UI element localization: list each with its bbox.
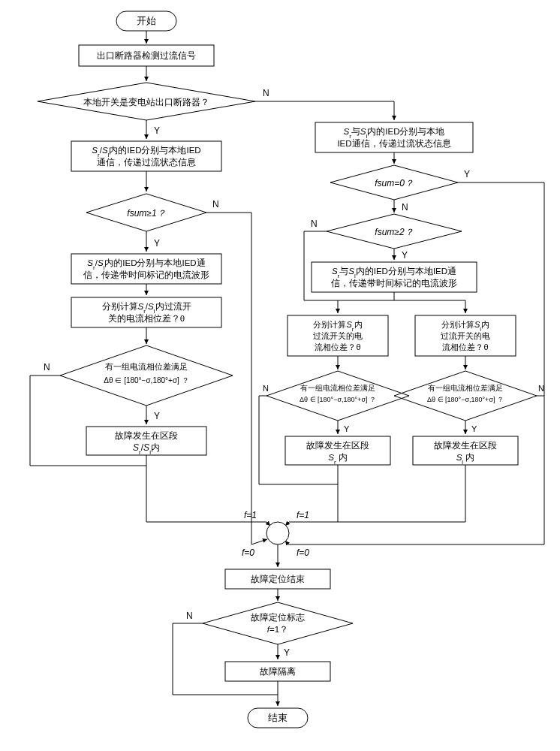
flowchart-diagram: 开始 出口断路器检测过流信号 本地开关是变电站出口断路器？ Y N Sr/Sl内… [0,0,560,751]
flag-no: N [186,611,193,621]
detect-label: 出口断路器检测过流信号 [97,50,196,61]
phase-sl-t1: 有一组电流相位差满足 [428,384,503,392]
svg-text:故障发生在区段: 故障发生在区段 [306,440,369,450]
svg-text:过流开关的电: 过流开关的电 [441,331,490,340]
d1-no: N [263,88,269,98]
svg-text:故障发生在区段: 故障发生在区段 [434,440,497,450]
svg-text:信，传递带时间标记的电流波形: 信，传递带时间标记的电流波形 [83,270,209,279]
flag-yes: Y [284,647,290,658]
svg-text:故障定位标志: 故障定位标志 [251,612,305,622]
start-label: 开始 [137,15,156,26]
fault-srsl-process: 故障发生在区段 Sr/Sl内 [86,427,206,456]
d1-label: 本地开关是变电站出口断路器？ [83,97,209,107]
svg-text:流相位差？θ: 流相位差？θ [442,342,488,351]
svg-text:Sl 内: Sl 内 [456,453,475,466]
svg-text:Sr/Sl内的IED分别与本地IED: Sr/Sl内的IED分别与本地IED [92,146,200,158]
isolate-label: 故障隔离 [260,666,296,677]
right-calc-sr-process: 分别计算Sr内 过流开关的电 流相位差？θ [288,315,388,356]
svg-text:fsum≥2？: fsum≥2？ [375,227,413,237]
f1-right: f=1 [297,510,309,520]
phase-sr-t1: 有一组电流相位差满足 [300,384,375,392]
f0-left: f=0 [242,547,254,558]
svg-text:fsum≥1？: fsum≥1？ [127,208,165,219]
left-comm2-process: Sr/Sl内的IED分别与本地IED通 信，传递带时间标记的电流波形 [71,254,221,284]
phase-sr-no: N [263,384,269,393]
phase-sl-no: N [538,384,544,393]
phaseL-yes: Y [154,411,160,421]
svg-text:IED通信，传递过流状态信息: IED通信，传递过流状态信息 [337,138,450,148]
d1-yes: Y [154,125,160,136]
left-comm-process: Sr/Sl内的IED分别与本地IED 通信，传递过流状态信息 [71,141,221,171]
isolate-process: 故障隔离 [225,662,330,681]
svg-text:流相位差？θ: 流相位差？θ [315,342,360,351]
svg-text:分别计算Sr/Sl内过流开: 分别计算Sr/Sl内过流开 [102,301,191,315]
svg-line-84 [251,539,267,544]
phase-sl-yes: Y [471,424,477,433]
fsum2-no: N [311,219,318,229]
fsum0-yes: Y [464,169,470,179]
svg-text:故障发生在区段: 故障发生在区段 [115,430,178,441]
decision-phase-left: 有一组电流相位差满足 Δθ ∈ [180°−σ,180°+σ] ？ [60,345,233,406]
fsum1-no: N [212,199,219,210]
svg-line-89 [285,522,289,526]
svg-text:关的电流相位差？θ: 关的电流相位差？θ [108,313,185,323]
svg-text:Sr/Sl内的IED分别与本地IED通: Sr/Sl内的IED分别与本地IED通 [87,258,205,271]
decision-fsum1: fsum≥1？ [86,194,206,231]
svg-text:Sr与Sl内的IED分别与本地IED通: Sr与Sl内的IED分别与本地IED通 [332,267,456,279]
svg-text:Δθ ∈ [180°−σ,180°+σ] ？: Δθ ∈ [180°−σ,180°+σ] ？ [300,396,376,403]
loc-end-process: 故障定位结束 [225,569,330,589]
detect-process: 出口断路器检测过流信号 [79,45,214,66]
svg-text:过流开关的电: 过流开关的电 [313,331,363,340]
decision-phase-sr: 有一组电流相位差满足 Δθ ∈ [180°−σ,180°+σ] ？ [266,371,409,421]
svg-text:Sr/Sl内: Sr/Sl内 [133,442,160,456]
phase-sr-yes: Y [344,424,350,433]
start-terminal: 开始 [116,11,176,31]
f1-left: f=1 [244,510,257,520]
svg-marker-98 [203,602,353,644]
svg-text:Sr 内: Sr 内 [328,453,348,466]
svg-text:f=1？: f=1？ [267,625,288,634]
svg-marker-25 [60,345,233,406]
svg-text:Δθ ∈ [180°−σ,180°+σ] ？: Δθ ∈ [180°−σ,180°+σ] ？ [104,376,188,385]
fsum1-yes: Y [154,238,160,249]
decision-local-switch: 本地开关是变电站出口断路器？ [38,83,255,120]
f0-right: f=0 [297,547,309,558]
svg-text:信，传递带时间标记的电流波形: 信，传递带时间标记的电流波形 [331,278,457,288]
left-calc-process: 分别计算Sr/Sl内过流开 关的电流相位差？θ [71,297,221,327]
svg-text:Δθ ∈ [180°−σ,180°+σ] ？: Δθ ∈ [180°−σ,180°+σ] ？ [427,396,504,403]
right-comm-process: Sr与Sl内的IED分别与本地 IED通信，传递过流状态信息 [315,122,473,152]
svg-line-94 [285,541,288,544]
phase-text1-l: 有一组电流相位差满足 [105,362,188,371]
svg-text:通信，传递过流状态信息: 通信，传递过流状态信息 [97,157,196,167]
fault-sr-process: 故障发生在区段 Sr 内 [285,436,390,466]
right-comm2-process: Sr与Sl内的IED分别与本地IED通 信，传递带时间标记的电流波形 [312,262,477,292]
decision-flag: 故障定位标志 f=1？ [203,602,353,644]
svg-text:Sr与Sl内的IED分别与本地: Sr与Sl内的IED分别与本地 [344,127,445,140]
decision-phase-sl: 有一组电流相位差满足 Δθ ∈ [180°−σ,180°+σ] ？ [394,371,537,421]
svg-text:fsum=0？: fsum=0？ [375,178,414,189]
decision-fsum2: fsum≥2？ [327,214,462,249]
decision-fsum0: fsum=0？ [330,165,458,200]
fsum0-no: N [402,202,408,213]
end-terminal: 结束 [248,708,308,728]
end-label: 结束 [268,712,288,723]
fsum2-yes: Y [402,250,408,261]
phaseL-no: N [44,362,50,372]
fault-sl-process: 故障发生在区段 Sl 内 [413,436,518,466]
right-calc-sl-process: 分别计算Sl内 过流开关的电 流相位差？θ [415,315,516,356]
svg-line-82 [266,522,270,526]
locend-label: 故障定位结束 [251,574,305,584]
